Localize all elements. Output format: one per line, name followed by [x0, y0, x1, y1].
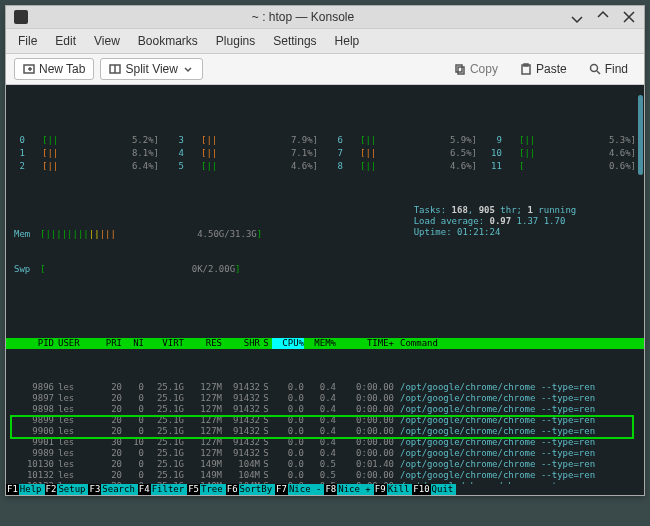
maximize-button[interactable]: [596, 10, 610, 24]
process-header[interactable]: PID USER PRI NI VIRT RES SHR S CPU% MEM%…: [6, 338, 644, 349]
swap-meter: Swp[ 0K/2.00G]: [14, 264, 400, 275]
fn-key-F7[interactable]: F7: [275, 484, 288, 495]
table-row[interactable]: 9899les20025.1G127M91432S0.00.40:00.00/o…: [14, 415, 636, 426]
load-line: Load average: 0.97 1.37 1.70: [414, 216, 577, 227]
menu-help[interactable]: Help: [335, 34, 360, 48]
cpu-meter-2: 2[||6.4%]: [14, 161, 159, 172]
cpu-meter-5: 5[||4.6%]: [173, 161, 318, 172]
app-window: ~ : htop — Konsole File Edit View Bookma…: [5, 5, 645, 496]
cpu-meter-9: 9[||5.3%]: [491, 135, 636, 146]
table-row[interactable]: 9898les20025.1G127M91432S0.00.40:00.00/o…: [14, 404, 636, 415]
uptime-line: Uptime: 01:21:24: [414, 227, 577, 238]
menu-view[interactable]: View: [94, 34, 120, 48]
function-keys: F1HelpF2SetupF3SearchF4FilterF5TreeF6Sor…: [6, 484, 644, 495]
fn-key-F8[interactable]: F8: [324, 484, 337, 495]
table-row[interactable]: 10132les20025.1G149M104MS0.00.50:00.00/o…: [14, 470, 636, 481]
cpu-meter-11: 11[0.6%]: [491, 161, 636, 172]
fn-key-F1[interactable]: F1: [6, 484, 19, 495]
chevron-down-icon: [182, 63, 194, 75]
fn-label-F10[interactable]: Quit: [431, 484, 457, 495]
fn-label-F2[interactable]: Setup: [57, 484, 88, 495]
terminal[interactable]: 0[||5.2%] 3[||7.9%] 6[||5.9%] 9[||5.3%] …: [6, 85, 644, 495]
find-button[interactable]: Find: [581, 59, 636, 79]
fn-key-F5[interactable]: F5: [187, 484, 200, 495]
fn-label-F5[interactable]: Tree: [200, 484, 226, 495]
svg-rect-2: [456, 65, 462, 72]
new-tab-icon: [23, 63, 35, 75]
copy-button[interactable]: Copy: [446, 59, 506, 79]
fn-key-F3[interactable]: F3: [88, 484, 101, 495]
fn-label-F8[interactable]: Nice +: [337, 484, 374, 495]
cpu-meter-10: 10[||4.6%]: [491, 148, 636, 159]
paste-icon: [520, 63, 532, 75]
fn-label-F6[interactable]: SortBy: [239, 484, 276, 495]
menu-plugins[interactable]: Plugins: [216, 34, 255, 48]
svg-point-6: [590, 65, 597, 72]
table-row[interactable]: 9897les20025.1G127M91432S0.00.40:00.00/o…: [14, 393, 636, 404]
table-row[interactable]: 9901les301025.1G127M91432S0.00.40:00.00/…: [14, 437, 636, 448]
minimize-button[interactable]: [570, 10, 584, 24]
process-list[interactable]: 9896les20025.1G127M91432S0.00.40:00.00/o…: [14, 382, 636, 495]
table-row[interactable]: 9989les20025.1G127M91432S0.00.40:00.00/o…: [14, 448, 636, 459]
menu-edit[interactable]: Edit: [55, 34, 76, 48]
cpu-meter-4: 4[||7.1%]: [173, 148, 318, 159]
close-button[interactable]: [622, 10, 636, 24]
menu-settings[interactable]: Settings: [273, 34, 316, 48]
menubar: File Edit View Bookmarks Plugins Setting…: [6, 29, 644, 54]
cpu-meter-6: 6[||5.9%]: [332, 135, 477, 146]
fn-key-F4[interactable]: F4: [138, 484, 151, 495]
new-tab-button[interactable]: New Tab: [14, 58, 94, 80]
window-title: ~ : htop — Konsole: [36, 10, 570, 24]
titlebar: ~ : htop — Konsole: [6, 6, 644, 29]
table-row[interactable]: 10130les20025.1G149M104MS0.00.50:01.40/o…: [14, 459, 636, 470]
cpu-meter-3: 3[||7.9%]: [173, 135, 318, 146]
cpu-meters: 0[||5.2%] 3[||7.9%] 6[||5.9%] 9[||5.3%] …: [14, 135, 636, 172]
cpu-meter-1: 1[||8.1%]: [14, 148, 159, 159]
cpu-meter-0: 0[||5.2%]: [14, 135, 159, 146]
fn-label-F7[interactable]: Nice -: [288, 484, 325, 495]
cpu-meter-8: 8[||4.6%]: [332, 161, 477, 172]
fn-label-F9[interactable]: Kill: [387, 484, 413, 495]
copy-icon: [454, 63, 466, 75]
fn-label-F4[interactable]: Filter: [151, 484, 188, 495]
fn-label-F3[interactable]: Search: [101, 484, 138, 495]
table-row[interactable]: 9900les20025.1G127M91432S0.00.40:00.00/o…: [14, 426, 636, 437]
system-stats: Tasks: 168, 905 thr; 1 running Load aver…: [414, 205, 577, 238]
konsole-icon: [14, 10, 28, 24]
toolbar: New Tab Split View Copy Paste Find: [6, 54, 644, 85]
menu-bookmarks[interactable]: Bookmarks: [138, 34, 198, 48]
fn-label-F1[interactable]: Help: [19, 484, 45, 495]
paste-button[interactable]: Paste: [512, 59, 575, 79]
search-icon: [589, 63, 601, 75]
tasks-line: Tasks: 168, 905 thr; 1 running: [414, 205, 577, 216]
fn-key-F6[interactable]: F6: [226, 484, 239, 495]
svg-rect-3: [458, 67, 464, 74]
cpu-meter-7: 7[||6.5%]: [332, 148, 477, 159]
menu-file[interactable]: File: [18, 34, 37, 48]
fn-key-F9[interactable]: F9: [374, 484, 387, 495]
table-row[interactable]: 9896les20025.1G127M91432S0.00.40:00.00/o…: [14, 382, 636, 393]
split-view-button[interactable]: Split View: [100, 58, 202, 80]
split-view-icon: [109, 63, 121, 75]
fn-key-F2[interactable]: F2: [45, 484, 58, 495]
scrollbar[interactable]: [638, 95, 643, 175]
mem-meter: Mem[||||||||||||| 4.50G/31.3G]: [14, 229, 400, 240]
fn-key-F10[interactable]: F10: [412, 484, 430, 495]
